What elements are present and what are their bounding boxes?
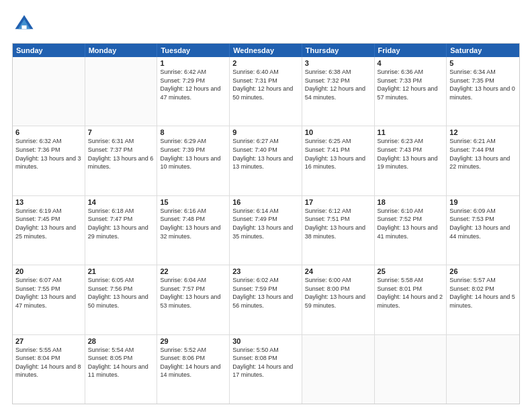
calendar-day: 8Sunrise: 6:29 AM Sunset: 7:39 PM Daylig… xyxy=(157,126,230,195)
calendar-day: 25Sunrise: 5:58 AM Sunset: 8:01 PM Dayli… xyxy=(375,265,447,334)
calendar-day: 6Sunrise: 6:32 AM Sunset: 7:36 PM Daylig… xyxy=(13,126,85,195)
day-number: 17 xyxy=(305,198,371,206)
calendar-week-row: 27Sunrise: 5:55 AM Sunset: 8:04 PM Dayli… xyxy=(13,334,519,404)
sun-info: Sunrise: 6:25 AM Sunset: 7:41 PM Dayligh… xyxy=(305,137,371,171)
day-number: 14 xyxy=(88,198,154,206)
day-number: 5 xyxy=(449,59,517,67)
calendar-body: 1Sunrise: 6:42 AM Sunset: 7:29 PM Daylig… xyxy=(13,57,519,404)
calendar-empty-day xyxy=(13,57,85,126)
sun-info: Sunrise: 6:14 AM Sunset: 7:49 PM Dayligh… xyxy=(232,207,299,240)
sun-info: Sunrise: 6:23 AM Sunset: 7:43 PM Dayligh… xyxy=(378,137,444,171)
calendar-empty-day xyxy=(85,57,158,126)
calendar-day: 1Sunrise: 6:42 AM Sunset: 7:29 PM Daylig… xyxy=(157,57,230,126)
calendar-day: 23Sunrise: 6:02 AM Sunset: 7:59 PM Dayli… xyxy=(230,265,302,334)
sun-info: Sunrise: 6:00 AM Sunset: 8:00 PM Dayligh… xyxy=(305,276,371,310)
sun-info: Sunrise: 6:19 AM Sunset: 7:45 PM Dayligh… xyxy=(15,207,82,240)
calendar-day: 17Sunrise: 6:12 AM Sunset: 7:51 PM Dayli… xyxy=(302,196,375,265)
weekday-header: Monday xyxy=(85,44,158,57)
calendar-day: 28Sunrise: 5:54 AM Sunset: 8:05 PM Dayli… xyxy=(85,335,158,404)
sun-info: Sunrise: 6:05 AM Sunset: 7:56 PM Dayligh… xyxy=(88,276,154,310)
day-number: 7 xyxy=(88,128,154,136)
calendar-day: 15Sunrise: 6:16 AM Sunset: 7:48 PM Dayli… xyxy=(157,196,230,265)
day-number: 15 xyxy=(160,198,226,206)
sun-info: Sunrise: 5:55 AM Sunset: 8:04 PM Dayligh… xyxy=(15,346,82,379)
sun-info: Sunrise: 6:21 AM Sunset: 7:44 PM Dayligh… xyxy=(449,137,517,171)
day-number: 27 xyxy=(15,337,82,345)
calendar-header: SundayMondayTuesdayWednesdayThursdayFrid… xyxy=(13,44,519,57)
sun-info: Sunrise: 6:40 AM Sunset: 7:31 PM Dayligh… xyxy=(232,68,299,101)
day-number: 20 xyxy=(15,267,82,275)
sun-info: Sunrise: 6:16 AM Sunset: 7:48 PM Dayligh… xyxy=(160,207,226,240)
calendar-day: 11Sunrise: 6:23 AM Sunset: 7:43 PM Dayli… xyxy=(375,126,447,195)
day-number: 12 xyxy=(449,128,517,136)
calendar-day: 12Sunrise: 6:21 AM Sunset: 7:44 PM Dayli… xyxy=(447,126,519,195)
header xyxy=(12,12,520,36)
day-number: 10 xyxy=(305,128,371,136)
day-number: 11 xyxy=(378,128,444,136)
calendar-day: 7Sunrise: 6:31 AM Sunset: 7:37 PM Daylig… xyxy=(85,126,158,195)
day-number: 19 xyxy=(449,198,517,206)
day-number: 28 xyxy=(88,337,154,345)
calendar-day: 18Sunrise: 6:10 AM Sunset: 7:52 PM Dayli… xyxy=(375,196,447,265)
calendar-day: 22Sunrise: 6:04 AM Sunset: 7:57 PM Dayli… xyxy=(157,265,230,334)
calendar-day: 13Sunrise: 6:19 AM Sunset: 7:45 PM Dayli… xyxy=(13,196,85,265)
calendar-day: 29Sunrise: 5:52 AM Sunset: 8:06 PM Dayli… xyxy=(157,335,230,404)
weekday-header: Friday xyxy=(375,44,447,57)
calendar-day: 21Sunrise: 6:05 AM Sunset: 7:56 PM Dayli… xyxy=(85,265,158,334)
day-number: 13 xyxy=(15,198,82,206)
sun-info: Sunrise: 6:32 AM Sunset: 7:36 PM Dayligh… xyxy=(15,137,82,171)
calendar-week-row: 6Sunrise: 6:32 AM Sunset: 7:36 PM Daylig… xyxy=(13,126,519,195)
calendar-day: 24Sunrise: 6:00 AM Sunset: 8:00 PM Dayli… xyxy=(302,265,375,334)
day-number: 21 xyxy=(88,267,154,275)
day-number: 9 xyxy=(232,128,299,136)
sun-info: Sunrise: 6:02 AM Sunset: 7:59 PM Dayligh… xyxy=(232,276,299,310)
sun-info: Sunrise: 6:31 AM Sunset: 7:37 PM Dayligh… xyxy=(88,137,154,171)
sun-info: Sunrise: 5:52 AM Sunset: 8:06 PM Dayligh… xyxy=(160,346,226,379)
calendar-day: 20Sunrise: 6:07 AM Sunset: 7:55 PM Dayli… xyxy=(13,265,85,334)
calendar-page: SundayMondayTuesdayWednesdayThursdayFrid… xyxy=(0,0,532,411)
calendar-day: 27Sunrise: 5:55 AM Sunset: 8:04 PM Dayli… xyxy=(13,335,85,404)
weekday-header: Tuesday xyxy=(157,44,230,57)
day-number: 30 xyxy=(232,337,299,345)
sun-info: Sunrise: 6:04 AM Sunset: 7:57 PM Dayligh… xyxy=(160,276,226,310)
calendar-empty-day xyxy=(375,335,447,404)
day-number: 18 xyxy=(378,198,444,206)
day-number: 22 xyxy=(160,267,226,275)
weekday-header: Wednesday xyxy=(230,44,302,57)
sun-info: Sunrise: 5:58 AM Sunset: 8:01 PM Dayligh… xyxy=(378,276,444,310)
weekday-header: Thursday xyxy=(302,44,375,57)
calendar-empty-day xyxy=(447,335,519,404)
sun-info: Sunrise: 6:18 AM Sunset: 7:47 PM Dayligh… xyxy=(88,207,154,240)
calendar-day: 30Sunrise: 5:50 AM Sunset: 8:08 PM Dayli… xyxy=(230,335,302,404)
day-number: 1 xyxy=(160,59,226,67)
calendar-week-row: 13Sunrise: 6:19 AM Sunset: 7:45 PM Dayli… xyxy=(13,195,519,265)
calendar-day: 5Sunrise: 6:34 AM Sunset: 7:35 PM Daylig… xyxy=(447,57,519,126)
sun-info: Sunrise: 6:27 AM Sunset: 7:40 PM Dayligh… xyxy=(232,137,299,171)
calendar-day: 3Sunrise: 6:38 AM Sunset: 7:32 PM Daylig… xyxy=(302,57,375,126)
sun-info: Sunrise: 6:38 AM Sunset: 7:32 PM Dayligh… xyxy=(305,68,371,101)
calendar-day: 14Sunrise: 6:18 AM Sunset: 7:47 PM Dayli… xyxy=(85,196,158,265)
sun-info: Sunrise: 5:50 AM Sunset: 8:08 PM Dayligh… xyxy=(232,346,299,379)
calendar-day: 2Sunrise: 6:40 AM Sunset: 7:31 PM Daylig… xyxy=(230,57,302,126)
day-number: 2 xyxy=(232,59,299,67)
day-number: 23 xyxy=(232,267,299,275)
weekday-header: Sunday xyxy=(13,44,85,57)
sun-info: Sunrise: 5:54 AM Sunset: 8:05 PM Dayligh… xyxy=(88,346,154,379)
calendar-day: 19Sunrise: 6:09 AM Sunset: 7:53 PM Dayli… xyxy=(447,196,519,265)
calendar-day: 26Sunrise: 5:57 AM Sunset: 8:02 PM Dayli… xyxy=(447,265,519,334)
calendar: SundayMondayTuesdayWednesdayThursdayFrid… xyxy=(12,43,520,404)
day-number: 29 xyxy=(160,337,226,345)
logo-icon xyxy=(12,12,36,36)
day-number: 8 xyxy=(160,128,226,136)
sun-info: Sunrise: 6:07 AM Sunset: 7:55 PM Dayligh… xyxy=(15,276,82,310)
day-number: 3 xyxy=(305,59,371,67)
sun-info: Sunrise: 5:57 AM Sunset: 8:02 PM Dayligh… xyxy=(449,276,517,310)
day-number: 6 xyxy=(15,128,82,136)
day-number: 26 xyxy=(449,267,517,275)
logo xyxy=(12,12,40,36)
day-number: 24 xyxy=(305,267,371,275)
weekday-header: Saturday xyxy=(447,44,519,57)
calendar-day: 9Sunrise: 6:27 AM Sunset: 7:40 PM Daylig… xyxy=(230,126,302,195)
calendar-day: 16Sunrise: 6:14 AM Sunset: 7:49 PM Dayli… xyxy=(230,196,302,265)
calendar-day: 10Sunrise: 6:25 AM Sunset: 7:41 PM Dayli… xyxy=(302,126,375,195)
